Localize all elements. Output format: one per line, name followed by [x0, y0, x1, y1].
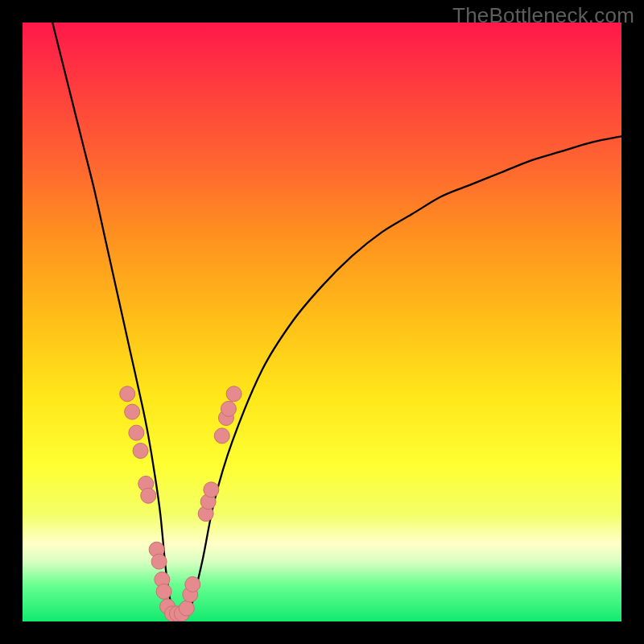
bottleneck-curve [52, 23, 621, 616]
highlight-dot [129, 425, 144, 440]
plot-area [23, 23, 621, 621]
chart-svg [23, 23, 621, 621]
highlight-dot [221, 401, 236, 416]
chart-frame: TheBottleneck.com [0, 0, 644, 644]
highlight-dot [214, 428, 229, 444]
highlight-dot [156, 584, 171, 599]
highlight-dot [151, 554, 167, 569]
watermark-text: TheBottleneck.com [452, 3, 634, 28]
highlight-dot [141, 488, 156, 503]
highlight-dot [133, 443, 148, 458]
highlight-dot [120, 386, 135, 402]
highlight-dot [185, 576, 200, 592]
highlight-dot [204, 482, 219, 497]
highlight-dot [226, 386, 242, 402]
highlight-dot [179, 601, 194, 616]
highlight-dots [120, 386, 242, 621]
highlight-dot [125, 404, 140, 419]
